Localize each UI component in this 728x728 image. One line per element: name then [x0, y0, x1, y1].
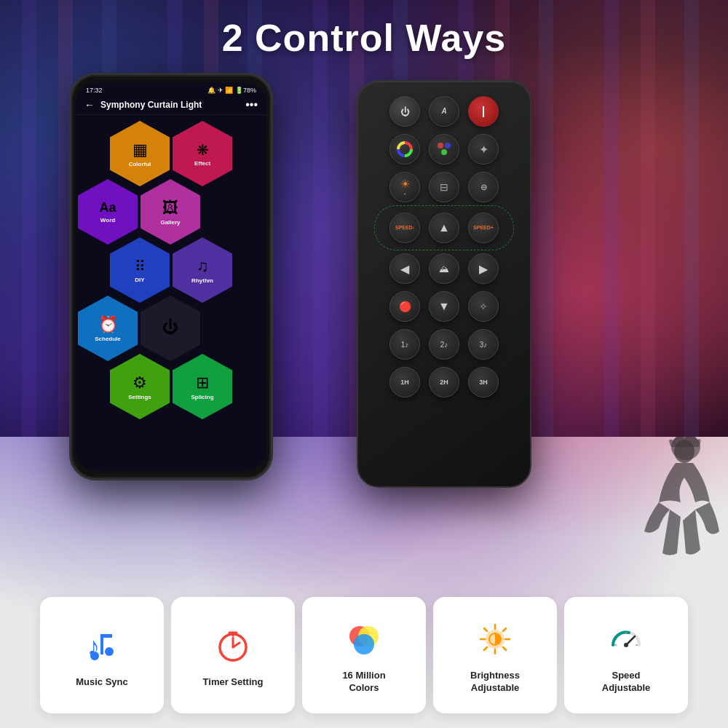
remote-music1-btn[interactable]: 1♪ [389, 329, 420, 360]
hex-row-5: ⚙ Settings ⊞ Splicing [110, 354, 232, 419]
remote-colorwheel-btn[interactable] [389, 134, 420, 165]
hex-effect-label: Effect [194, 160, 210, 167]
feature-music-label: Music Sync [76, 676, 128, 689]
remote-music2-btn[interactable]: 2♪ [429, 329, 459, 360]
remote-row-3: ☀ + ⊟ ⊝ [389, 172, 499, 202]
svg-line-26 [503, 647, 506, 650]
hex-diy-icon: ⠿ [135, 258, 146, 275]
feature-music-sync: ♪ Music Sync [40, 597, 164, 713]
svg-point-30 [624, 643, 628, 647]
phone-body: 17:32 🔔 ✈ 📶 🔋78% ← Symphony Curtain Ligh… [69, 73, 273, 480]
remote-speedplus-btn[interactable]: SPEED+ [468, 213, 499, 243]
remote-speedminus-btn[interactable]: SPEED- [389, 213, 420, 243]
phone-back-button[interactable]: ← [84, 99, 95, 111]
remote-row-5: ◀ ⛰ ▶ [389, 253, 499, 284]
hex-rhythm-icon: ♫ [197, 257, 209, 276]
svg-line-28 [484, 647, 487, 650]
remote-row-8: 1H 2H 3H [389, 367, 499, 397]
remote-timer1h-btn[interactable]: 1H [389, 367, 420, 397]
phone-time: 17:32 [86, 87, 103, 94]
feature-brightness: BrightnessAdjustable [433, 597, 557, 713]
hex-gallery-icon: 🖼 [162, 199, 178, 218]
remote-palette-btn[interactable] [429, 134, 459, 165]
hex-row-1: ▦ Colorful ❋ Effect [110, 121, 232, 186]
remote-power-btn[interactable]: ⏻ [389, 96, 420, 127]
svg-line-25 [484, 628, 487, 631]
person-silhouette [633, 437, 721, 597]
colors-icon [341, 616, 387, 662]
svg-line-27 [503, 628, 506, 631]
svg-point-2 [445, 143, 451, 149]
hex-row-2: Aa Word 🖼 Gallery [78, 179, 200, 245]
hex-rhythm[interactable]: ♫ Rhythm [173, 237, 232, 303]
feature-brightness-label: BrightnessAdjustable [470, 670, 520, 695]
speed-icon [603, 616, 649, 662]
hex-power-icon: ⏻ [162, 318, 178, 337]
remote-speeddown-btn[interactable]: ⊝ [468, 172, 499, 202]
remote-row-6: 🔴 ▼ ✧ [389, 291, 499, 322]
hex-settings-icon: ⚙ [132, 373, 147, 392]
remote-body: ⏻ A | [357, 80, 531, 488]
hex-rhythm-label: Rhythm [191, 277, 213, 284]
phone-nav-bar: ← Symphony Curtain Light ••• [76, 95, 266, 115]
phone-status-bar: 17:32 🔔 ✈ 📶 🔋78% [76, 82, 266, 95]
feature-16m-colors: 16 MillionColors [302, 597, 426, 713]
hex-word-label: Word [100, 217, 115, 223]
hex-splicing-icon: ⊞ [196, 373, 209, 392]
svg-point-7 [90, 652, 99, 660]
remote-sparkle-btn[interactable]: ✧ [468, 291, 499, 322]
hex-effect-icon: ❋ [197, 141, 209, 159]
remote-up-btn[interactable]: ▲ [429, 213, 459, 243]
hex-word-icon: Aa [99, 200, 116, 215]
remote-brightnessup-btn[interactable]: ☀ + [389, 172, 420, 202]
hex-word[interactable]: Aa Word [78, 179, 138, 245]
phone-screen: 17:32 🔔 ✈ 📶 🔋78% ← Symphony Curtain Ligh… [76, 82, 266, 471]
hex-colorful-label: Colorful [129, 161, 151, 167]
remote-star-btn[interactable]: ✦ [468, 134, 499, 165]
remote-timer3h-btn[interactable]: 3H [468, 367, 499, 397]
phone-status-icons: 🔔 ✈ 📶 🔋78% [207, 87, 256, 94]
hex-gallery-label: Gallery [160, 219, 180, 226]
brightness-icon [472, 616, 518, 662]
remote-scene-btn[interactable]: 🔴 [389, 291, 420, 322]
hex-grid: ▦ Colorful ❋ Effect Aa Word 🖼 [76, 115, 266, 418]
remote-left-btn[interactable]: ◀ [389, 253, 420, 284]
remote-down-btn[interactable]: ▼ [429, 291, 459, 322]
remote-curtain-btn[interactable]: ⊟ [429, 172, 459, 202]
features-bar: ♪ Music Sync Timer Setting [15, 597, 713, 713]
feature-timer-setting: Timer Setting [171, 597, 295, 713]
phone-more-button[interactable]: ••• [245, 98, 258, 111]
hex-diy-label: DIY [135, 277, 144, 283]
remote-row-7: 1♪ 2♪ 3♪ [389, 329, 499, 360]
remote-right-btn[interactable]: ▶ [468, 253, 499, 284]
feature-timer-label: Timer Setting [203, 676, 264, 689]
svg-point-3 [441, 149, 447, 155]
hex-diy[interactable]: ⠿ DIY [110, 237, 170, 303]
svg-point-8 [105, 647, 114, 656]
hex-schedule[interactable]: ⏰ Schedule [78, 296, 138, 361]
hex-gallery[interactable]: 🖼 Gallery [141, 179, 200, 245]
timer-setting-icon [210, 622, 256, 669]
remote-timer2h-btn[interactable]: 2H [429, 367, 459, 397]
hex-effect[interactable]: ❋ Effect [173, 121, 232, 186]
hex-row-3: ⠿ DIY ♫ Rhythm [110, 237, 232, 303]
hex-power[interactable]: ⏻ [141, 296, 200, 361]
remote-row-2: ✦ [389, 134, 499, 165]
hex-colorful-icon: ▦ [132, 141, 148, 159]
phone-device: 17:32 🔔 ✈ 📶 🔋78% ← Symphony Curtain Ligh… [69, 73, 273, 480]
page-title: 2 Control Ways [0, 16, 728, 60]
hex-splicing-label: Splicing [191, 394, 213, 400]
remote-mountain-btn[interactable]: ⛰ [429, 253, 459, 284]
remote-on-btn[interactable]: | [468, 96, 499, 127]
remote-music3-btn[interactable]: 3♪ [468, 329, 499, 360]
phone-app-title: Symphony Curtain Light [100, 100, 245, 110]
feature-colors-label: 16 MillionColors [342, 670, 385, 695]
hex-schedule-icon: ⏰ [98, 315, 118, 334]
hex-splicing[interactable]: ⊞ Splicing [173, 354, 232, 419]
remote-row-1: ⏻ A | [389, 96, 499, 127]
hex-settings[interactable]: ⚙ Settings [110, 354, 170, 419]
feature-speed-label: SpeedAdjustable [602, 670, 650, 695]
remote-auto-btn[interactable]: A [429, 96, 459, 127]
hex-row-4: ⏰ Schedule ⏻ [78, 296, 200, 361]
hex-colorful[interactable]: ▦ Colorful [110, 121, 170, 186]
